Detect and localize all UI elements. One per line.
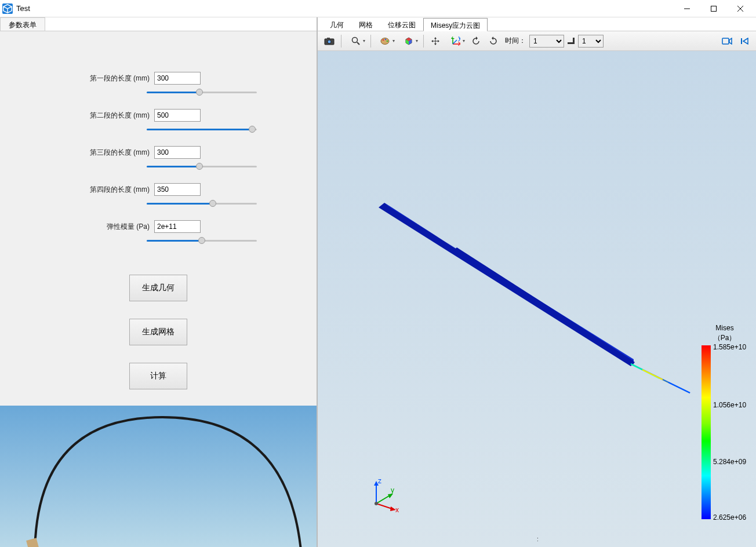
legend-unit: （Pa） — [714, 334, 736, 342]
svg-text:z: z — [451, 37, 455, 41]
step-select[interactable]: 1 — [578, 35, 604, 48]
close-button[interactable] — [727, 0, 754, 17]
legend-tick: 1.056e+10 — [713, 401, 746, 409]
maximize-button[interactable] — [700, 0, 727, 17]
legend-tick: 2.625e+06 — [713, 513, 746, 522]
rotate-cw-icon[interactable] — [468, 34, 484, 49]
param-slider-4[interactable] — [147, 198, 257, 209]
param-input-4[interactable] — [154, 183, 201, 196]
svg-point-6 — [328, 40, 331, 43]
param-slider-1[interactable] — [147, 87, 257, 97]
svg-point-37 — [375, 502, 378, 505]
svg-rect-7 — [327, 38, 330, 39]
calculate-button[interactable]: 计算 — [129, 363, 187, 389]
viewport-toolbar: zyx 时间： 1 1 — [318, 31, 756, 51]
step-end-icon[interactable] — [565, 34, 577, 49]
param-label: 第二段的长度 (mm) — [90, 111, 150, 121]
axis-triad: z y x — [368, 477, 402, 512]
pan-icon[interactable] — [427, 34, 444, 49]
param-slider-2[interactable] — [147, 124, 257, 134]
param-slider-3[interactable] — [147, 161, 257, 172]
time-select[interactable]: 1 — [529, 35, 564, 48]
param-label: 第四段的长度 (mm) — [90, 185, 150, 195]
tab-params[interactable]: 参数表单 — [0, 17, 45, 31]
status-indicator: : — [537, 536, 539, 542]
svg-rect-25 — [741, 38, 742, 44]
svg-point-11 — [383, 39, 384, 41]
svg-marker-26 — [379, 203, 634, 366]
param-input-5[interactable] — [154, 220, 201, 233]
skip-back-icon[interactable] — [736, 34, 753, 49]
svg-line-33 — [663, 380, 690, 393]
3d-viewport[interactable]: z y x Mises （Pa） 1.585e+10 1.056e+10 5.2… — [318, 51, 756, 547]
preview-image — [0, 406, 317, 547]
zoom-icon[interactable] — [345, 34, 367, 49]
generate-geometry-button[interactable]: 生成几何 — [129, 275, 187, 301]
svg-rect-24 — [722, 38, 729, 44]
axes-icon[interactable]: zyx — [445, 34, 467, 49]
param-input-1[interactable] — [154, 72, 201, 85]
palette-icon[interactable] — [375, 34, 397, 49]
minimize-button[interactable] — [674, 0, 700, 17]
color-legend: Mises （Pa） 1.585e+10 1.056e+10 5.284e+09… — [702, 323, 748, 519]
legend-title: Mises — [715, 324, 733, 332]
param-input-3[interactable] — [154, 146, 201, 159]
legend-gradient — [702, 345, 711, 519]
svg-rect-23 — [573, 38, 575, 44]
tab-mesh[interactable]: 网格 — [351, 17, 380, 31]
svg-point-13 — [387, 40, 388, 42]
param-input-2[interactable] — [154, 109, 201, 122]
svg-point-12 — [385, 38, 387, 40]
tab-displacement[interactable]: 位移云图 — [380, 17, 423, 31]
left-panel: 参数表单 第一段的长度 (mm) 第二段的长度 (mm) 第三段的长度 (mm)… — [0, 17, 318, 547]
param-label: 第一段的长度 (mm) — [90, 74, 150, 83]
z-axis-label: z — [378, 477, 381, 485]
app-icon — [2, 3, 13, 14]
svg-line-9 — [357, 42, 359, 45]
x-axis-label: x — [395, 506, 399, 512]
camera-icon[interactable] — [321, 34, 337, 49]
param-slider-5[interactable] — [147, 235, 257, 246]
right-panel: 几何 网格 位移云图 Misesy应力云图 zyx 时间： 1 1 — [318, 17, 756, 547]
svg-point-8 — [352, 37, 358, 42]
generate-mesh-button[interactable]: 生成网格 — [129, 319, 187, 345]
title-bar: Test — [0, 0, 756, 17]
param-form: 第一段的长度 (mm) 第二段的长度 (mm) 第三段的长度 (mm) 第四段的… — [0, 31, 317, 389]
svg-line-35 — [376, 495, 391, 504]
video-icon[interactable] — [719, 34, 735, 49]
y-axis-label: y — [391, 486, 394, 494]
window-title: Test — [16, 4, 674, 13]
param-label: 第三段的长度 (mm) — [90, 148, 150, 158]
svg-rect-1 — [711, 6, 717, 11]
svg-text:x: x — [458, 39, 460, 46]
tab-geometry[interactable]: 几何 — [322, 17, 351, 31]
rotate-ccw-icon[interactable] — [485, 34, 501, 49]
svg-line-18 — [453, 40, 457, 44]
legend-tick: 1.585e+10 — [713, 343, 746, 351]
legend-tick: 5.284e+09 — [713, 458, 746, 466]
cube-icon[interactable] — [398, 34, 420, 49]
svg-rect-4 — [26, 538, 42, 547]
svg-marker-29 — [561, 316, 635, 364]
param-label: 弹性模量 (Pa) — [107, 222, 150, 232]
time-label: 时间： — [505, 36, 526, 46]
tab-mises[interactable]: Misesy应力云图 — [423, 18, 488, 31]
